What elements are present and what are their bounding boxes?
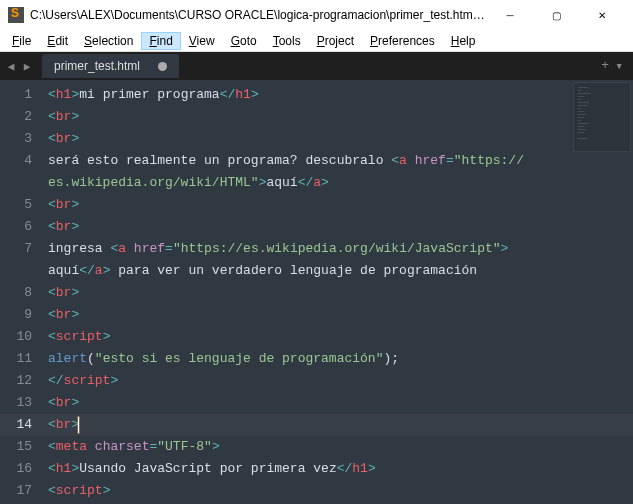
code-line[interactable]: <script> (48, 480, 633, 502)
line-number: 7 (0, 238, 32, 260)
line-number (0, 172, 32, 194)
menu-find[interactable]: Find (141, 32, 180, 50)
line-number: 16 (0, 458, 32, 480)
line-number (0, 260, 32, 282)
code-line[interactable]: <br> (48, 216, 633, 238)
line-number: 10 (0, 326, 32, 348)
line-number: 4 (0, 150, 32, 172)
window-title: C:\Users\ALEX\Documents\CURSO ORACLE\log… (30, 8, 487, 22)
code-line[interactable]: ingresa <a href="https://es.wikipedia.or… (48, 238, 633, 260)
line-number: 3 (0, 128, 32, 150)
line-number: 13 (0, 392, 32, 414)
dirty-indicator-icon (158, 62, 167, 71)
new-tab-icon[interactable]: + (601, 58, 609, 74)
line-number: 9 (0, 304, 32, 326)
code-line[interactable]: es.wikipedia.org/wiki/HTML">aquí</a> (48, 172, 633, 194)
code-line[interactable]: <br> (48, 392, 633, 414)
tab-history-forward-icon[interactable]: ▶ (20, 59, 34, 73)
menu-goto[interactable]: Goto (223, 32, 265, 50)
line-number: 6 (0, 216, 32, 238)
line-number: 5 (0, 194, 32, 216)
line-number: 11 (0, 348, 32, 370)
close-button[interactable]: ✕ (579, 0, 625, 30)
code-line[interactable]: <br> (48, 106, 633, 128)
code-line[interactable]: <meta charset="UTF-8"> (48, 436, 633, 458)
minimap-content: ▬▬▬▬▬▬▬▬ ▬▬ ▬▬▬▬▬▬▬▬▬▬ ▬▬▬▬▬ ▬▬ ▬▬▬▬▬▬▬▬… (574, 83, 630, 143)
code-line[interactable]: alert("esto si es lenguaje de programaci… (48, 348, 633, 370)
code-line[interactable]: <br> (48, 128, 633, 150)
code-line[interactable]: <h1>mi primer programa</h1> (48, 84, 633, 106)
code-line[interactable]: </script> (48, 370, 633, 392)
maximize-button[interactable]: ▢ (533, 0, 579, 30)
menu-selection[interactable]: Selection (76, 32, 141, 50)
menu-tools[interactable]: Tools (265, 32, 309, 50)
app-icon (8, 7, 24, 23)
code-line[interactable]: <script> (48, 326, 633, 348)
menu-file[interactable]: File (4, 32, 39, 50)
menubar: FileEditSelectionFindViewGotoToolsProjec… (0, 30, 633, 52)
line-number: 1 (0, 84, 32, 106)
tabstrip: ◀ ▶ primer_test.html + ▾ (0, 52, 633, 80)
minimap[interactable]: ▬▬▬▬▬▬▬▬ ▬▬ ▬▬▬▬▬▬▬▬▬▬ ▬▬▬▬▬ ▬▬ ▬▬▬▬▬▬▬▬… (573, 82, 631, 152)
code-line[interactable]: <br> (48, 282, 633, 304)
code-area[interactable]: <h1>mi primer programa</h1><br><br>será … (42, 80, 633, 504)
minimize-button[interactable]: ​─ (487, 0, 533, 30)
window-titlebar: C:\Users\ALEX\Documents\CURSO ORACLE\log… (0, 0, 633, 30)
menu-preferences[interactable]: Preferences (362, 32, 443, 50)
line-number-gutter: 1234 567 89101112131415161718192021 (0, 80, 42, 504)
line-number: 15 (0, 436, 32, 458)
code-line[interactable]: aquí</a> para ver un verdadero lenguaje … (48, 260, 633, 282)
tab-label: primer_test.html (54, 59, 140, 73)
text-caret (78, 417, 79, 433)
menu-view[interactable]: View (181, 32, 223, 50)
line-number: 2 (0, 106, 32, 128)
menu-edit[interactable]: Edit (39, 32, 76, 50)
tab-menu-icon[interactable]: ▾ (615, 58, 623, 74)
code-line[interactable]: <br> (48, 414, 633, 436)
code-line[interactable]: será esto realmente un programa? descubr… (48, 150, 633, 172)
tab-primer-test[interactable]: primer_test.html (42, 54, 179, 78)
tab-history-back-icon[interactable]: ◀ (4, 59, 18, 73)
menu-project[interactable]: Project (309, 32, 362, 50)
editor[interactable]: 1234 567 89101112131415161718192021 <h1>… (0, 80, 633, 504)
code-line[interactable]: <h1>Usando JavaScript por primera vez</h… (48, 458, 633, 480)
menu-help[interactable]: Help (443, 32, 484, 50)
line-number: 8 (0, 282, 32, 304)
code-line[interactable]: <br> (48, 304, 633, 326)
line-number: 12 (0, 370, 32, 392)
line-number: 17 (0, 480, 32, 502)
code-line[interactable]: <br> (48, 194, 633, 216)
